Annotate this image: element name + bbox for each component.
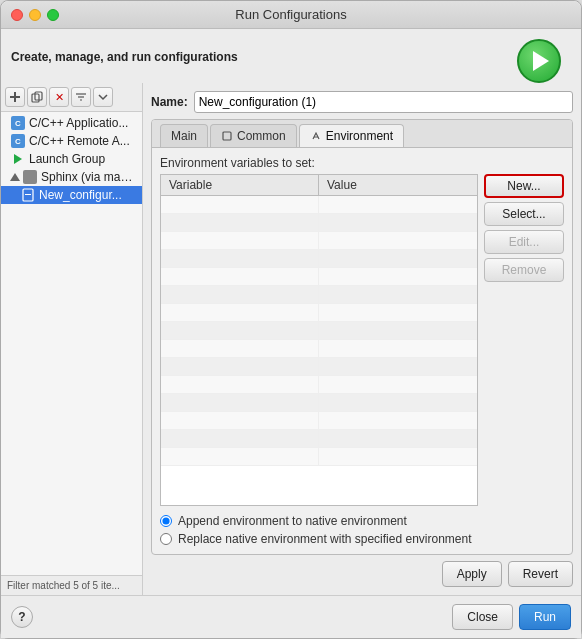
- c-remote-icon: C: [11, 134, 25, 148]
- close-button[interactable]: [11, 9, 23, 21]
- common-tab-icon: [221, 130, 233, 142]
- tab-environment[interactable]: Environment: [299, 124, 404, 147]
- apply-revert-row: Apply Revert: [151, 561, 573, 587]
- select-variable-button[interactable]: Select...: [484, 202, 564, 226]
- right-panel: Name: Main Common: [143, 83, 581, 595]
- tab-main-label: Main: [171, 129, 197, 143]
- run-play-icon: [533, 51, 549, 71]
- config-panel: Main Common Environment: [151, 119, 573, 555]
- table-row: [161, 304, 477, 322]
- table-row: [161, 322, 477, 340]
- env-content: Environment variables to set: Variable V…: [152, 148, 572, 554]
- table-row: [161, 376, 477, 394]
- svg-rect-9: [223, 132, 231, 140]
- table-row: [161, 196, 477, 214]
- bottom-right: Close Run: [452, 604, 571, 630]
- new-config-button[interactable]: [5, 87, 25, 107]
- bottom-bar: ? Close Run: [1, 595, 581, 638]
- name-label: Name:: [151, 95, 188, 109]
- append-radio-item[interactable]: Append environment to native environment: [160, 514, 564, 528]
- table-row: [161, 286, 477, 304]
- env-table: Variable Value: [160, 174, 478, 506]
- table-row: [161, 430, 477, 448]
- table-row: [161, 358, 477, 376]
- sidebar-toolbar: ✕: [1, 83, 142, 112]
- remove-variable-button[interactable]: Remove: [484, 258, 564, 282]
- env-table-area: Variable Value: [160, 174, 564, 506]
- table-row: [161, 232, 477, 250]
- sidebar-items-list: C C/C++ Applicatio... C C/C++ Remote A..…: [1, 112, 142, 575]
- run-play-button[interactable]: [517, 39, 561, 83]
- window-title: Run Configurations: [235, 7, 346, 22]
- maximize-button[interactable]: [47, 9, 59, 21]
- sphinx-icon: [23, 170, 37, 184]
- name-input[interactable]: [194, 91, 573, 113]
- sidebar-status: Filter matched 5 of 5 ite...: [1, 575, 142, 595]
- title-bar: Run Configurations: [1, 1, 581, 29]
- sphinx-expand-icon: [10, 173, 20, 181]
- tab-common-label: Common: [237, 129, 286, 143]
- env-tab-icon: [310, 130, 322, 142]
- collapse-all-button[interactable]: [93, 87, 113, 107]
- bottom-left: ?: [11, 606, 33, 628]
- table-row: [161, 448, 477, 466]
- env-radio-section: Append environment to native environment…: [160, 514, 564, 546]
- sidebar-item-new-config[interactable]: New_configur...: [1, 186, 142, 204]
- svg-rect-1: [14, 92, 16, 102]
- replace-radio-label: Replace native environment with specifie…: [178, 532, 472, 546]
- tab-common[interactable]: Common: [210, 124, 297, 147]
- sidebar-item-launch-group-label: Launch Group: [29, 152, 105, 166]
- new-config-icon: [21, 188, 35, 202]
- c-app-icon: C: [11, 116, 25, 130]
- append-radio[interactable]: [160, 515, 172, 527]
- sidebar-item-sphinx[interactable]: Sphinx (via make...: [1, 168, 142, 186]
- tab-main[interactable]: Main: [160, 124, 208, 147]
- sidebar-item-sphinx-label: Sphinx (via make...: [41, 170, 136, 184]
- launch-group-icon: [11, 152, 25, 166]
- sidebar-item-new-config-label: New_configur...: [39, 188, 122, 202]
- name-row: Name:: [151, 91, 573, 113]
- run-button[interactable]: Run: [519, 604, 571, 630]
- new-variable-button[interactable]: New...: [484, 174, 564, 198]
- sidebar: ✕ C C/C++ Applicatio... C: [1, 83, 143, 595]
- help-button[interactable]: ?: [11, 606, 33, 628]
- delete-config-button[interactable]: ✕: [49, 87, 69, 107]
- revert-button[interactable]: Revert: [508, 561, 573, 587]
- env-side-buttons: New... Select... Edit... Remove: [484, 174, 564, 506]
- table-row: [161, 394, 477, 412]
- replace-radio-item[interactable]: Replace native environment with specifie…: [160, 532, 564, 546]
- env-variables-label: Environment variables to set:: [160, 156, 564, 170]
- append-radio-label: Append environment to native environment: [178, 514, 407, 528]
- tab-environment-label: Environment: [326, 129, 393, 143]
- replace-radio[interactable]: [160, 533, 172, 545]
- edit-variable-button[interactable]: Edit...: [484, 230, 564, 254]
- svg-rect-8: [25, 194, 31, 195]
- apply-button[interactable]: Apply: [442, 561, 502, 587]
- tabs-row: Main Common Environment: [152, 120, 572, 148]
- value-column-header: Value: [319, 175, 477, 195]
- table-row: [161, 412, 477, 430]
- sidebar-item-cpp-app-label: C/C++ Applicatio...: [29, 116, 128, 130]
- env-table-header: Variable Value: [161, 175, 477, 196]
- table-row: [161, 250, 477, 268]
- duplicate-config-button[interactable]: [27, 87, 47, 107]
- table-row: [161, 340, 477, 358]
- minimize-button[interactable]: [29, 9, 41, 21]
- close-button[interactable]: Close: [452, 604, 513, 630]
- sidebar-item-cpp-app[interactable]: C C/C++ Applicatio...: [1, 114, 142, 132]
- traffic-lights: [11, 9, 59, 21]
- filter-button[interactable]: [71, 87, 91, 107]
- sidebar-item-launch-group[interactable]: Launch Group: [1, 150, 142, 168]
- table-row: [161, 214, 477, 232]
- window-subtitle: Create, manage, and run configurations: [11, 50, 238, 64]
- table-row: [161, 268, 477, 286]
- sidebar-item-cpp-remote[interactable]: C C/C++ Remote A...: [1, 132, 142, 150]
- env-table-rows[interactable]: [161, 196, 477, 505]
- variable-column-header: Variable: [161, 175, 319, 195]
- sidebar-item-cpp-remote-label: C/C++ Remote A...: [29, 134, 130, 148]
